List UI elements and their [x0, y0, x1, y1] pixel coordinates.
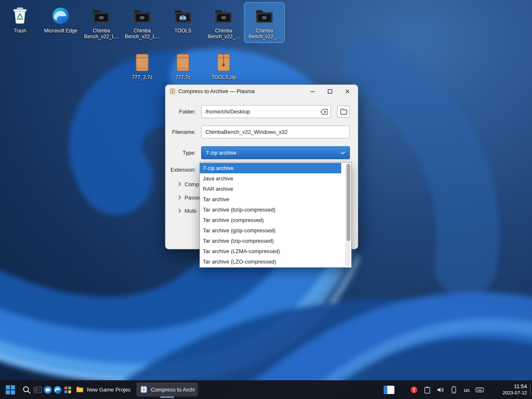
chevron-down-icon — [340, 151, 345, 155]
active-task-indicator — [160, 397, 174, 398]
edge-icon — [53, 385, 62, 394]
icon-label: TOOLS.zip — [211, 74, 236, 80]
clipboard-tray-button[interactable] — [423, 386, 431, 394]
7z-archive-icon — [172, 52, 194, 73]
icon-label: TOOLS — [175, 28, 191, 34]
desktop: Trash Microsoft Edge Chimba Bench_v22_L.… — [0, 0, 532, 399]
filename-label: Filename: — [165, 126, 196, 138]
clock-time: 11:54 — [496, 383, 527, 390]
desktop-icon-chimba-folder-2[interactable]: Chimba Bench_v22_L... — [122, 2, 162, 42]
alert-icon — [410, 386, 418, 394]
keyboard-layout-label: us — [464, 387, 470, 393]
dark-folder-icon — [213, 5, 234, 27]
zip-archive-icon — [213, 52, 234, 73]
chevron-right-icon — [178, 195, 181, 200]
chat-icon — [43, 385, 52, 394]
dialog-titlebar[interactable]: Compress to Archive — Plasma — [165, 85, 358, 98]
folder-input[interactable] — [201, 105, 331, 118]
dropdown-item[interactable]: Tar archive — [200, 194, 341, 204]
expander-label: Passw — [185, 195, 200, 201]
task-view-icon — [33, 385, 42, 394]
browse-folder-button[interactable] — [337, 106, 350, 118]
icon-label: Chimba Bench_v22_L... — [82, 28, 121, 40]
trash-icon — [9, 5, 31, 27]
type-combobox[interactable]: 7-zip archive — [201, 146, 350, 159]
desktop-icon-trash[interactable]: Trash — [0, 2, 40, 36]
type-label: Type: — [165, 146, 196, 159]
chevron-right-icon — [178, 208, 181, 213]
speaker-icon — [436, 387, 445, 393]
clipboard-icon — [424, 386, 431, 394]
expander-compression[interactable]: Comp — [178, 180, 199, 189]
desktop-icon-tools-zip[interactable]: TOOLS.zip — [204, 49, 244, 83]
godot-folder-icon — [172, 5, 194, 27]
archive-app-icon — [169, 88, 176, 95]
dropdown-item[interactable]: Java archive — [200, 173, 341, 184]
volume-tray-button[interactable] — [436, 386, 445, 394]
close-button[interactable] — [340, 86, 355, 96]
7z-archive-icon — [131, 52, 153, 73]
expander-password[interactable]: Passw — [178, 193, 200, 202]
type-combobox-value: 7-zip archive — [206, 150, 340, 156]
panel-widget-button[interactable] — [382, 384, 396, 395]
task-view-button[interactable] — [32, 384, 43, 396]
dark-folder-icon — [131, 5, 153, 27]
taskbar: New Game Project ... Compress to Archiv.… — [0, 380, 532, 399]
dropdown-item[interactable]: RAR archive — [200, 184, 341, 194]
minimize-button[interactable] — [305, 86, 320, 96]
desktop-icon-chimba-folder-selected[interactable]: Chimba Bench_v22_... — [244, 2, 284, 42]
phone-icon — [451, 386, 456, 394]
show-desktop-button[interactable] — [530, 384, 532, 396]
dropdown-item[interactable]: Tar archive (gzip-compressed) — [200, 225, 341, 236]
desktop-icon-chimba-folder-3[interactable]: Chimba Bench_v22_... — [204, 2, 244, 42]
icon-label: Trash — [14, 28, 26, 34]
device-tray-button[interactable] — [451, 386, 457, 394]
desktop-icon-chimba-folder-1[interactable]: Chimba Bench_v22_L... — [81, 2, 121, 42]
app-grid-icon — [64, 386, 72, 394]
task-compress-to-archive[interactable]: Compress to Archiv... — [136, 382, 198, 397]
task-label: New Game Project ... — [87, 387, 131, 393]
expander-label: Comp — [185, 181, 199, 187]
edge-icon — [50, 5, 71, 27]
apps-launcher[interactable] — [62, 384, 73, 396]
edge-launcher[interactable] — [52, 384, 63, 396]
filename-input[interactable] — [201, 126, 350, 138]
folder-icon — [76, 385, 84, 394]
panel-icon — [383, 385, 395, 394]
desktop-icon-tools-folder[interactable]: TOOLS — [163, 2, 203, 36]
expander-label: Multi- — [185, 208, 198, 214]
expander-multivolume[interactable]: Multi- — [178, 206, 198, 215]
scrollbar-thumb[interactable] — [347, 164, 350, 241]
task-label: Compress to Archiv... — [151, 387, 195, 393]
input-method-tray-button[interactable] — [475, 386, 485, 394]
desktop-icon-777-7z[interactable]: 777.7z — [163, 49, 203, 83]
desktop-icon-777-2-7z[interactable]: 777_2.7z — [122, 49, 162, 83]
task-new-game-project[interactable]: New Game Project ... — [72, 382, 134, 397]
notification-tray-button[interactable] — [410, 386, 418, 394]
windows-logo-icon — [5, 385, 15, 395]
chat-launcher[interactable] — [42, 384, 53, 396]
clock-date: 2023-07-12 — [496, 390, 527, 396]
chevron-right-icon — [178, 182, 181, 187]
dropdown-item[interactable]: Tar archive (lzip-compressed) — [200, 236, 341, 246]
icon-label: Chimba Bench_v22_L... — [123, 28, 161, 40]
extension-label: Extension: — [165, 165, 196, 175]
start-button[interactable] — [4, 384, 17, 396]
dropdown-item[interactable]: Tar archive (bzip-compressed) — [200, 204, 341, 215]
maximize-button[interactable] — [323, 86, 337, 96]
clock[interactable]: 11:54 2023-07-12 — [496, 383, 527, 396]
icon-label: Chimba Bench_v22_... — [245, 28, 283, 40]
clear-folder-icon[interactable] — [320, 107, 329, 116]
icon-label: Chimba Bench_v22_... — [204, 28, 243, 40]
desktop-icon-edge[interactable]: Microsoft Edge — [41, 2, 81, 36]
dropdown-item[interactable]: Tar archive (LZMA-compressed) — [200, 246, 341, 256]
dropdown-item[interactable]: Tar archive (compressed) — [200, 215, 341, 225]
dark-folder-icon — [254, 5, 275, 27]
icon-label: 777_2.7z — [132, 74, 152, 80]
dropdown-item[interactable]: Tar archive (LZO-compressed) — [200, 256, 341, 267]
type-dropdown-popup: 7-zip archive Java archive RAR archive T… — [200, 162, 352, 268]
search-button[interactable] — [21, 384, 32, 396]
dropdown-item[interactable]: 7-zip archive — [200, 163, 341, 173]
folder-label: Folder: — [165, 105, 196, 118]
keyboard-layout-button[interactable]: us — [461, 385, 472, 395]
